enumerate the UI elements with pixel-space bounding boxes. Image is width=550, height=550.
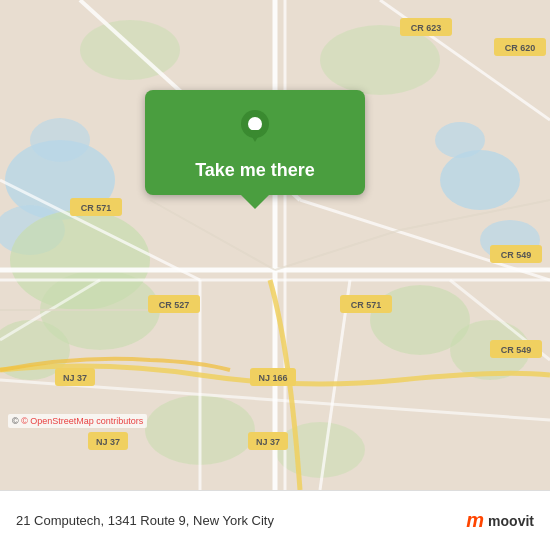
svg-text:NJ 166: NJ 166 xyxy=(258,373,287,383)
moovit-wordmark: moovit xyxy=(488,513,534,529)
location-pin-icon xyxy=(233,106,277,150)
callout-popup[interactable]: Take me there xyxy=(145,90,365,195)
svg-text:CR 527: CR 527 xyxy=(159,300,190,310)
svg-text:CR 571: CR 571 xyxy=(81,203,112,213)
svg-text:CR 549: CR 549 xyxy=(501,345,532,355)
svg-text:NJ 37: NJ 37 xyxy=(96,437,120,447)
svg-text:CR 549: CR 549 xyxy=(501,250,532,260)
svg-text:NJ 37: NJ 37 xyxy=(63,373,87,383)
moovit-logo: m moovit xyxy=(466,509,534,532)
svg-text:CR 571: CR 571 xyxy=(351,300,382,310)
svg-point-5 xyxy=(435,122,485,158)
svg-text:CR 620: CR 620 xyxy=(505,43,536,53)
bottom-bar: 21 Computech, 1341 Route 9, New York Cit… xyxy=(0,490,550,550)
location-label: 21 Computech, 1341 Route 9, New York Cit… xyxy=(16,513,466,528)
take-me-there-button[interactable]: Take me there xyxy=(195,160,315,181)
svg-point-6 xyxy=(30,118,90,162)
svg-text:NJ 37: NJ 37 xyxy=(256,437,280,447)
osm-attribution: © © OpenStreetMap contributors xyxy=(8,414,147,428)
svg-text:CR 623: CR 623 xyxy=(411,23,442,33)
pin-wrapper xyxy=(233,106,277,150)
svg-point-56 xyxy=(248,117,262,131)
moovit-m-letter: m xyxy=(466,509,484,532)
svg-point-3 xyxy=(440,150,520,210)
svg-point-13 xyxy=(275,422,365,478)
osm-text: © OpenStreetMap contributors xyxy=(21,416,143,426)
svg-point-14 xyxy=(80,20,180,80)
copyright-symbol: © xyxy=(12,416,19,426)
map-container: CR 623 CR 620 CR 571 CR 571 CR 527 CR 54… xyxy=(0,0,550,490)
